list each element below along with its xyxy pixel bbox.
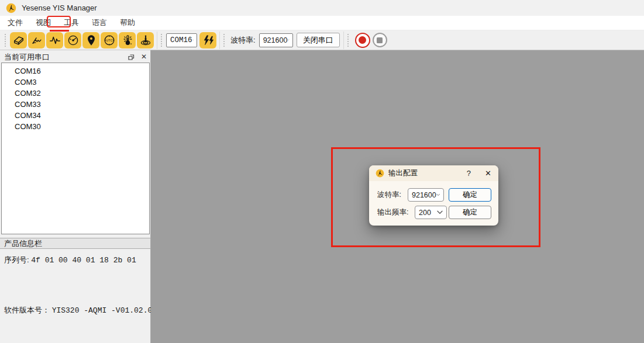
baud-rate-value: 921600: [263, 36, 288, 44]
menu-tools[interactable]: 工具: [58, 16, 84, 30]
dialog-frequency-label: 输出频率:: [377, 206, 408, 219]
stop-button[interactable]: [373, 33, 387, 47]
refresh-ports-icon[interactable]: [199, 32, 216, 48]
list-item[interactable]: COM30: [2, 121, 149, 132]
list-item[interactable]: COM16: [2, 65, 149, 77]
product-info-title: 产品信息栏: [4, 238, 42, 249]
toolbar-separator: [219, 32, 220, 49]
list-item[interactable]: COM3: [2, 77, 149, 88]
cube-3d-icon[interactable]: [10, 32, 27, 48]
dialog-close-icon[interactable]: ✕: [485, 169, 491, 178]
menu-help[interactable]: 帮助: [115, 16, 140, 30]
dialog-frequency-row: 输出频率: 200 确定: [369, 206, 498, 219]
serial-number-row: 序列号: 4f 01 00 40 01 18 2b 01: [4, 255, 136, 265]
list-item[interactable]: COM33: [2, 99, 149, 110]
chevron-down-icon: [287, 38, 289, 42]
toolbar-separator: [343, 32, 344, 49]
dialog-title: 输出配置: [388, 168, 418, 178]
close-panel-icon[interactable]: ✕: [141, 53, 147, 61]
menu-file[interactable]: 文件: [2, 16, 28, 30]
waveform-icon[interactable]: [46, 32, 63, 48]
output-config-dialog: 输出配置 ? ✕ 波特率: 921600 确定 输出频率: 200 确定: [369, 165, 498, 226]
dialog-baud-row: 波特率: 921600 确定: [369, 188, 498, 202]
chevron-down-icon: [437, 210, 443, 214]
toolbar-grip[interactable]: [4, 33, 7, 47]
record-icon: [359, 36, 366, 44]
dialog-frequency-value: 200: [419, 209, 431, 217]
product-info-header: 产品信息栏: [0, 238, 150, 249]
ports-panel-header: 当前可用串口 ✕: [0, 51, 150, 63]
baud-rate-combobox[interactable]: 921600: [259, 33, 293, 47]
utc-clock-icon[interactable]: UTC: [101, 32, 118, 48]
menubar: 文件 视图 工具 语言 帮助: [0, 16, 644, 30]
toolbar-grip[interactable]: [223, 33, 226, 47]
dialog-frequency-combobox[interactable]: 200: [415, 206, 447, 219]
list-item[interactable]: COM32: [2, 88, 149, 99]
utc-label: UTC: [106, 39, 112, 42]
stop-icon: [377, 37, 383, 43]
toolbar-grip[interactable]: [160, 33, 163, 47]
gauge-icon[interactable]: [64, 32, 81, 48]
toolbar-separator: [157, 32, 157, 49]
float-panel-icon[interactable]: [128, 53, 135, 61]
dialog-baud-value: 921600: [412, 191, 436, 199]
toolbar: UTC COM16 波特率: 921600: [0, 30, 644, 50]
window-title: Yesense YIS Manager: [22, 4, 97, 12]
serial-number-label: 序列号:: [4, 255, 29, 264]
chevron-down-icon: [192, 38, 194, 42]
port-combobox[interactable]: COM16: [166, 33, 197, 47]
window-titlebar: Yesense YIS Manager: [0, 0, 644, 16]
record-button[interactable]: [355, 33, 370, 48]
dialog-baud-combobox[interactable]: 921600: [408, 188, 444, 202]
serial-port-list[interactable]: COM16 COM3 COM32 COM33 COM34 COM30: [1, 63, 150, 234]
attitude-curve-icon[interactable]: [28, 32, 45, 48]
software-version-label: 软件版本号：: [4, 306, 50, 314]
left-dock-area: 当前可用串口 ✕ COM16 COM3 COM32 COM33 COM34 CO…: [0, 50, 151, 343]
toolbar-grip[interactable]: [347, 33, 350, 47]
ports-panel-title: 当前可用串口: [4, 52, 50, 63]
dialog-frequency-ok-button[interactable]: 确定: [449, 206, 491, 219]
software-version-value: YIS320 -AQMI -V01.02.03;: [52, 306, 161, 315]
dialog-logo-icon: [376, 169, 384, 178]
menu-view[interactable]: 视图: [30, 16, 56, 30]
list-item[interactable]: COM34: [2, 110, 149, 121]
magnetometer-icon[interactable]: [137, 32, 154, 48]
dialog-titlebar[interactable]: 输出配置 ? ✕: [369, 165, 498, 181]
dialog-baud-ok-button[interactable]: 确定: [449, 188, 491, 202]
app-logo-icon: [6, 3, 16, 13]
dialog-baud-label: 波特率:: [377, 188, 401, 202]
serial-number-value: 4f 01 00 40 01 18 2b 01: [31, 256, 136, 265]
chevron-down-icon: [436, 193, 440, 197]
location-icon[interactable]: [82, 32, 99, 48]
close-serial-port-button[interactable]: 关闭串口: [297, 33, 340, 47]
port-combobox-value: COM16: [170, 36, 192, 44]
software-version-row: 软件版本号： YIS320 -AQMI -V01.02.03;: [4, 305, 161, 316]
baud-rate-label: 波特率:: [230, 35, 256, 46]
temperature-icon[interactable]: [119, 32, 136, 48]
menu-language[interactable]: 语言: [87, 16, 112, 30]
dialog-help-icon[interactable]: ?: [463, 169, 474, 178]
